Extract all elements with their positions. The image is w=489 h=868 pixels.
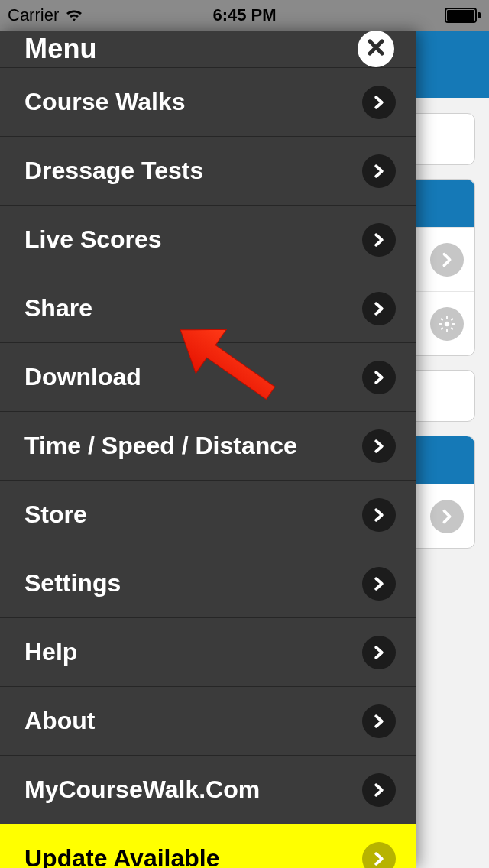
menu-item-time-speed-distance[interactable]: Time / Speed / Distance [0,412,416,481]
menu-item-settings[interactable]: Settings [0,549,416,618]
chevron-right-icon [362,704,396,738]
svg-rect-11 [451,318,454,321]
menu-title: Menu [24,33,97,65]
chevron-right-icon [362,429,396,463]
chevron-right-icon [362,154,396,188]
menu-item-live-scores[interactable]: Live Scores [0,206,416,274]
menu-item-label: MyCourseWalk.Com [24,776,260,804]
menu-item-mycoursewalk[interactable]: MyCourseWalk.Com [0,756,416,824]
menu-item-label: Settings [24,569,121,598]
menu-item-label: Help [24,638,77,666]
menu-item-label: Live Scores [24,225,162,254]
chevron-right-icon [362,223,396,257]
menu-item-label: Store [24,500,87,529]
menu-list: Course Walks Dressage Tests Live Scores … [0,68,416,868]
menu-item-label: Time / Speed / Distance [24,432,297,460]
side-menu-drawer: Menu Course Walks Dressage Tests Live Sc… [0,31,416,868]
gear-icon[interactable] [430,307,464,341]
menu-item-label: About [24,707,95,735]
status-bar: Carrier 6:45 PM [0,0,489,31]
svg-rect-10 [440,326,443,329]
svg-rect-6 [439,323,442,325]
chevron-right-icon [362,567,396,601]
chevron-right-icon[interactable] [430,243,464,277]
chevron-right-icon[interactable] [430,500,464,533]
chevron-right-icon [362,842,396,869]
chevron-right-icon [362,636,396,669]
chevron-right-icon [362,773,396,807]
menu-item-store[interactable]: Store [0,481,416,549]
menu-item-share[interactable]: Share [0,274,416,343]
svg-rect-5 [446,329,448,332]
svg-rect-8 [440,318,443,321]
svg-rect-7 [452,323,455,325]
menu-item-label: Download [24,363,141,391]
menu-item-update-available[interactable]: Update Available [0,824,416,868]
close-icon [367,38,385,60]
menu-item-dressage-tests[interactable]: Dressage Tests [0,137,416,206]
chevron-right-icon [362,361,396,394]
chevron-right-icon [362,86,396,119]
chevron-right-icon [362,292,396,326]
menu-item-label: Update Available [24,844,219,868]
menu-header: Menu [0,31,416,68]
menu-item-about[interactable]: About [0,687,416,756]
svg-rect-4 [446,316,448,319]
menu-item-course-walks[interactable]: Course Walks [0,68,416,137]
chevron-right-icon [362,498,396,532]
menu-item-help[interactable]: Help [0,618,416,687]
menu-item-download[interactable]: Download [0,343,416,412]
menu-item-label: Course Walks [24,88,185,116]
menu-item-label: Dressage Tests [24,157,203,185]
clock-label: 6:45 PM [0,5,489,25]
svg-point-3 [445,321,449,326]
close-menu-button[interactable] [358,31,394,67]
svg-rect-9 [451,326,454,329]
menu-item-label: Share [24,294,92,322]
